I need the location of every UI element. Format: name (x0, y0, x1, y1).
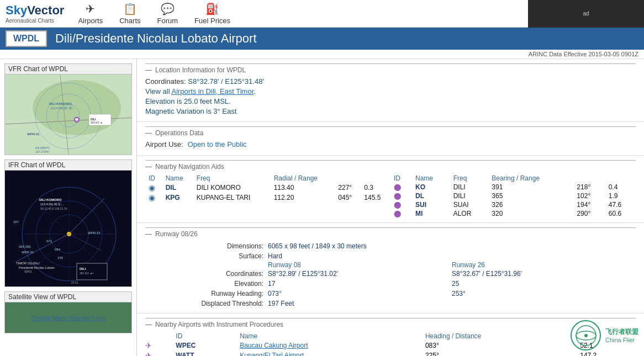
coord-26: S8°32.67' / E125°31.96' (452, 269, 636, 279)
svg-text:DILI KOMORO,: DILI KOMORO, (49, 102, 73, 105)
nav-forum[interactable]: 💬 Forum (149, 0, 187, 28)
wpec-heading: 083° (425, 341, 580, 350)
th-freq-right: Freq (450, 174, 489, 183)
airports-icon: ✈ (86, 2, 95, 15)
nav-sui-id: SUI (412, 200, 450, 209)
coordinates-value: S8°32.78' / E125°31.48' (188, 77, 264, 86)
svg-point-48 (584, 334, 588, 337)
nearby-airports-header: Nearby Airports with Instrument Procedur… (145, 318, 636, 328)
nav-ko-freq: 391 (488, 183, 573, 192)
elevation-label: Elevation: (145, 279, 268, 289)
nav-fuel-label: Fuel Prices (194, 17, 230, 25)
coords-label: Coordinates: (145, 269, 268, 279)
china-flier-chinese: 飞行者联盟 (605, 327, 638, 337)
nav-aid-right-table: ID Name Freq Bearing / Range ⬤ KO DILI (390, 174, 636, 218)
svg-text:DILI: DILI (91, 118, 96, 121)
runway-section: Runway 08/26 Dimensions: 6065 x 98 feet … (137, 223, 644, 314)
left-panel: VFR Chart of WPDL DILI KOMORO, 113 (0, 59, 137, 356)
nav-aid-left-table: ID Name Freq Radial / Range ◉ DIL DILI K… (145, 174, 390, 203)
satellite-chart-section: Satellite View of WPDL Google Maps Satel… (4, 291, 132, 333)
wpec-name[interactable]: Baucau Cakung Airport (240, 341, 425, 350)
nav-charts[interactable]: 📋 Charts (111, 0, 149, 28)
th-nearby-name: Name (240, 332, 425, 341)
coordinates-label: Coordinates: (145, 77, 188, 86)
nav-mi-bearing: 290° (573, 209, 605, 218)
magnetic-variation-row: Magnetic Variation is 3° East (145, 107, 636, 115)
satellite-link[interactable]: Google Maps Satellite View (31, 315, 105, 321)
logo: SkyVector Aeronautical Charts (6, 3, 64, 24)
svg-text:113.4 DIL 81 TE...: 113.4 DIL 81 TE... (50, 107, 75, 110)
nearby-airports-section: Nearby Airports with Instrument Procedur… (137, 314, 644, 356)
runway-title: Runway 08/26 (155, 230, 198, 238)
svg-text:156: 156 (57, 256, 64, 259)
airports-in-dili-link[interactable]: Airports in Dili, East Timor (171, 87, 254, 95)
th-nearby-icon (145, 332, 176, 341)
airport-name: Dili/Presidente Nicolau Lobato Airport (55, 31, 256, 46)
nearby-table-headers: ID Name Heading / Distance (145, 332, 636, 341)
china-flier-icon (575, 325, 597, 347)
nav-forum-label: Forum (157, 17, 178, 25)
th-name-right: Name (412, 174, 450, 183)
china-flier-circle (571, 320, 601, 350)
runway-heading-row: Runway Heading: 073° 253° (145, 289, 636, 299)
runway-surface-row: Surface: Hard (145, 251, 636, 261)
svg-point-6 (75, 118, 78, 121)
logo-area: SkyVector Aeronautical Charts (0, 3, 70, 24)
svg-point-1 (33, 80, 121, 135)
ifr-chart-image[interactable]: DILI KOMORO 113.4 DIL 81 E:... S8 32.40 … (5, 171, 131, 286)
threshold-26 (452, 299, 636, 309)
nav-dil-name: DILI KOMORO (193, 183, 271, 193)
nav-fuel-prices[interactable]: ⛽ Fuel Prices (186, 0, 239, 28)
vfr-chart-svg: DILI KOMORO, 113.4 DIL 81 TE... WPR-01 D… (5, 75, 131, 155)
empty-col (145, 261, 268, 269)
vfr-chart-section: VFR Chart of WPDL DILI KOMORO, 113 (4, 63, 132, 155)
china-flier-english: China Flier (605, 337, 638, 343)
nearby-wpec-row: ✈ WPEC Baucau Cakung Airport 083° 52.1 (145, 341, 636, 350)
nav-dl-freq: 365 (488, 192, 573, 200)
nav-mi-range: 60.6 (605, 209, 636, 218)
ad-banner: ad (528, 0, 644, 28)
surface-value: Hard (268, 251, 636, 261)
watt-name[interactable]: Kupang/El Tari Airport (240, 350, 425, 356)
surface-label: Surface: (145, 251, 268, 261)
nav-kpg-id: KPG (162, 193, 193, 203)
satellite-chart-image[interactable]: Google Maps Satellite View (5, 302, 131, 333)
elevation-row: Elevation is 25.0 feet MSL. (145, 97, 636, 105)
elev-26: 25 (452, 279, 636, 289)
airports-link-row: View all Airports in Dili, East Timor. (145, 87, 636, 95)
dimensions-value: 6065 x 98 feet / 1849 x 30 meters (268, 241, 636, 251)
th-bearing-right: Bearing / Range (488, 174, 573, 183)
nav-airports[interactable]: ✈ Airports (70, 0, 111, 28)
nav-kpg-name: KUPANG-EL TARI (193, 193, 271, 203)
nav-dil-radial: 227° (335, 183, 361, 193)
vfr-chart-title: VFR Chart of WPDL (5, 64, 131, 75)
th-nearby-heading: Heading / Distance (425, 332, 580, 341)
ifr-chart-svg: DILI KOMORO 113.4 DIL 81 E:... S8 32.40 … (5, 171, 131, 286)
watt-icon: ✈ (145, 350, 176, 356)
threshold-label: Displaced Threshold: (145, 299, 268, 309)
nav-charts-label: Charts (119, 17, 140, 25)
wpec-id: WPEC (176, 341, 240, 350)
nav-sui-freq: 326 (488, 200, 573, 209)
nav-sui-radio: ⬤ (390, 200, 412, 209)
runway-coords-row: Coordinates: S8°32.89' / E125°31.02' S8°… (145, 269, 636, 279)
logo-text: SkyVector (6, 3, 64, 17)
magnetic-variation-value: Magnetic Variation is 3° East (145, 107, 236, 115)
runway-elevation-row: Elevation: 17 25 (145, 279, 636, 289)
wpec-icon: ✈ (145, 341, 176, 350)
runway-threshold-row: Displaced Threshold: 197 Feet (145, 299, 636, 309)
location-section-header: Location Information for WPDL (145, 63, 636, 74)
heading-26: 253° (452, 289, 636, 299)
nav-ko-radio: ⬤ (390, 183, 412, 192)
vfr-chart-image[interactable]: DILI KOMORO, 113.4 DIL 81 TE... WPR-01 D… (5, 75, 131, 155)
svg-text:071: 071 (46, 240, 52, 243)
runway-table: Dimensions: 6065 x 98 feet / 1849 x 30 m… (145, 241, 636, 309)
nav-mi-name: ALOR (450, 209, 489, 218)
main-layout: VFR Chart of WPDL DILI KOMORO, 113 (0, 59, 644, 356)
watt-id: WATT (176, 350, 240, 356)
watt-distance: 147.2 (580, 350, 636, 356)
runway-dimensions-row: Dimensions: 6065 x 98 feet / 1849 x 30 m… (145, 241, 636, 251)
th-id-right: ID (390, 174, 412, 183)
svg-text:Presidente Nicolau Lobato: Presidente Nicolau Lobato (19, 266, 55, 269)
nav-sui-range: 47.6 (605, 200, 636, 209)
